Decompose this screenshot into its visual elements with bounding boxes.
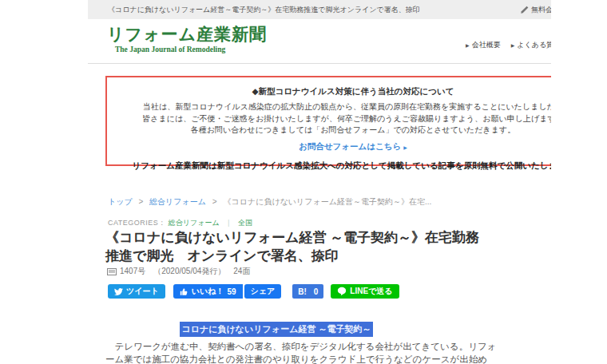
newspaper-icon: [107, 267, 117, 276]
hatena-count: 0: [314, 287, 319, 296]
line-bubble-icon: [337, 287, 347, 296]
category-link-remodel[interactable]: 総合リフォーム: [169, 219, 220, 227]
facebook-share-button[interactable]: シェア: [244, 284, 282, 299]
breadcrumb: トップ > 総合リフォーム > 《コロナに負けないリフォーム経営～電子契約～》在…: [108, 196, 431, 208]
topbar-article-title: 《コロナに負けないリフォーム経営～電子契約～》在宅勤務推進で脚光オンラインで署名…: [108, 0, 420, 19]
issue-number: 1407号: [120, 266, 145, 277]
site-logo-title: リフォーム産業新聞: [107, 24, 267, 45]
page: 《コロナに負けないリフォーム経営～電子契約～》在宅勤務推進で脚光オンラインで署名…: [88, 0, 551, 364]
arrow-icon: ▶: [403, 145, 407, 150]
notice-line: 各種お問い合わせにつきましては「お問合せフォーム」での対応とさせていただきます。: [107, 125, 551, 136]
notice-body: 当社は、新型コロナウイルス感染症の拡大防止の観点から、従業員の原則在宅勤務を実施…: [107, 101, 551, 136]
contact-form-link[interactable]: お問合せフォームはこちら ▶: [107, 141, 551, 152]
header-link-faq-label: よくある質問: [517, 40, 551, 50]
free-register-label: 無料会員登録: [531, 5, 551, 15]
breadcrumb-category[interactable]: 総合リフォーム: [149, 197, 206, 206]
line-button-label: LINEで送る: [350, 286, 392, 297]
header-divider: [88, 63, 551, 64]
publish-date: （2020/05/04発行）: [153, 266, 225, 277]
series-link-selected[interactable]: コロナに負けないリフォーム経営 ～電子契約～: [180, 322, 374, 337]
categories-row: CATEGORIES： 総合リフォーム ｜ 全国: [108, 218, 252, 228]
notice-line: 当社は、新型コロナウイルス感染症の拡大防止の観点から、従業員の原則在宅勤務を実施…: [107, 101, 551, 113]
hatena-bookmark-button[interactable]: B! 0: [292, 284, 323, 299]
free-register-link[interactable]: 無料会員登録: [520, 0, 551, 19]
categories-label: CATEGORIES：: [108, 219, 166, 227]
header-link-about[interactable]: ▶ 会社概要: [466, 40, 501, 50]
share-button-label: シェア: [251, 286, 276, 297]
like-count: 59: [227, 287, 236, 296]
breadcrumb-separator: >: [138, 197, 143, 206]
breadcrumb-separator: >: [212, 197, 217, 206]
hatena-b-icon: B!: [298, 287, 307, 296]
breadcrumb-current: 《コロナに負けないリフォーム経営～電子契約～》在宅...: [223, 197, 431, 206]
site-logo[interactable]: リフォーム産業新聞 The Japan Journal of Remodelin…: [107, 24, 267, 53]
notice-free-articles-note: リフォーム産業新聞は新型コロナウイルス感染拡大への対応として掲載している記事を原…: [107, 160, 551, 172]
like-button-label: いいね！: [192, 286, 224, 297]
category-separator: ｜: [225, 219, 232, 227]
tweet-button[interactable]: ツイート: [108, 284, 165, 299]
selected-link-row: コロナに負けないリフォーム経営 ～電子契約～: [88, 321, 465, 337]
pencil-icon: [520, 6, 529, 14]
site-logo-subtitle: The Japan Journal of Remodeling: [115, 46, 267, 53]
arrow-icon: ▶: [511, 42, 515, 48]
thumbs-up-icon: [180, 287, 188, 296]
arrow-icon: ▶: [466, 42, 470, 48]
article-meta: 1407号 （2020/05/04発行） 24面: [107, 266, 250, 277]
facebook-like-button[interactable]: いいね！ 59: [173, 284, 243, 299]
article-title: 《コロナに負けないリフォーム経営 ～電子契約～》在宅勤務推進で脚光 オンラインで…: [105, 229, 482, 265]
header-link-about-label: 会社概要: [472, 40, 501, 50]
page-number: 24面: [233, 266, 250, 277]
line-share-button[interactable]: LINEで送る: [331, 284, 399, 299]
covid-notice-box: ◆新型コロナウイルス対策に伴う当社の対応について 当社は、新型コロナウイルス感染…: [105, 76, 551, 166]
contact-form-link-label: お問合せフォームはこちら: [299, 141, 401, 151]
twitter-icon: [114, 287, 123, 296]
header-links: ▶ 会社概要 ▶ よくある質問: [466, 40, 551, 50]
header-link-faq[interactable]: ▶ よくある質問: [511, 40, 551, 50]
top-bar: 《コロナに負けないリフォーム経営～電子契約～》在宅勤務推進で脚光オンラインで署名…: [88, 0, 551, 19]
article-body: テレワークが進む中、契約書への署名、捺印をデジタル化する会社が出てきている。リフ…: [105, 340, 500, 364]
notice-line: 皆さまには、ご不便・ご迷惑をお掛けいたしますが、何卒ご理解のうえご容赦賜りますよ…: [107, 113, 551, 125]
notice-title: ◆新型コロナウイルス対策に伴う当社の対応について: [107, 86, 551, 97]
tweet-button-label: ツイート: [126, 286, 159, 297]
category-link-national[interactable]: 全国: [238, 219, 252, 227]
breadcrumb-home[interactable]: トップ: [108, 197, 133, 206]
share-buttons: ツイート いいね！ 59 シェア B! 0 LINEで送る: [108, 284, 399, 299]
